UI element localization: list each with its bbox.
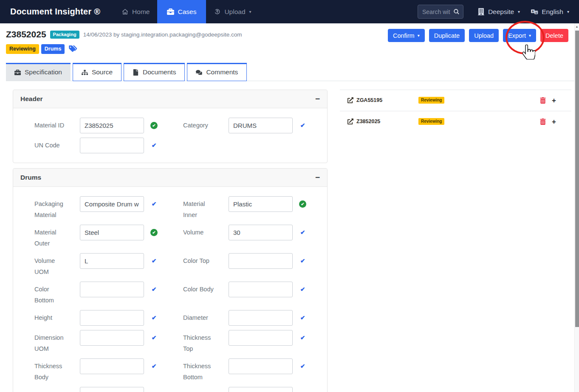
field-input[interactable] [80,196,144,212]
field-label: Color Body [183,282,219,295]
scroll-up-arrow-icon[interactable]: ▲ [575,23,579,30]
page-title: Z3852025 [6,29,46,40]
field-label: Material Outer [34,225,70,249]
collapse-icon[interactable]: − [315,175,320,180]
header-card-body: Material ID Category UN Code [13,108,327,163]
search-icon[interactable] [453,8,460,15]
chevron-down-icon: ▾ [567,10,569,14]
tab-documents[interactable]: Documents [124,63,185,81]
field-label: Color Bottom [34,282,70,306]
field-input[interactable] [80,330,144,346]
briefcase-icon [14,69,21,76]
tab-comments-label: Comments [206,68,238,76]
field-status-icon [150,334,158,341]
form-field: UN Code [34,138,183,153]
upload-button[interactable]: Upload [469,29,499,42]
nav-upload[interactable]: Upload ▾ [206,0,259,23]
field-input[interactable] [229,358,293,374]
field-input[interactable] [80,138,144,153]
navbar-search [418,5,463,19]
nav-deepsite[interactable]: Deepsite ▾ [472,8,525,16]
field-input[interactable] [229,118,293,133]
field-input[interactable] [229,330,293,346]
field-label: Volume UOM [34,253,70,277]
related-case-link[interactable]: Z3852025 [347,118,418,124]
related-status-badge: Reviewing [418,97,444,104]
form-field: Color Top [183,253,319,277]
field-input[interactable] [229,253,293,269]
form-field: Material Inner [183,196,319,220]
field-input[interactable] [80,225,144,240]
field-input[interactable] [229,225,293,240]
related-case-row: Z3852025 Reviewing [340,111,571,132]
nav-home[interactable]: Home [114,0,157,23]
field-input[interactable] [80,253,144,269]
field-status-icon [299,363,306,370]
nav-language[interactable]: Aa English ▾ [525,8,575,16]
field-status-icon [150,314,158,321]
meta-text: 14/06/2023 by staging.integration.packag… [83,31,242,38]
confirm-button[interactable]: Confirm▾ [388,29,425,42]
field-label: Material ID [34,118,70,131]
form-field: Material ID [34,118,183,133]
tab-documents-label: Documents [143,68,176,76]
field-input[interactable] [229,387,293,392]
page-header: Z3852025 Packaging 14/06/2023 by staging… [0,23,579,54]
upload-icon [214,8,221,15]
app-title[interactable]: Document Insighter ® [0,0,100,23]
chevron-down-icon: ▾ [418,34,420,38]
field-status-icon [150,286,158,293]
tab-specification[interactable]: Specification [6,63,71,81]
trash-icon[interactable] [540,118,546,125]
trash-icon[interactable] [540,97,546,104]
tab-comments[interactable]: Comments [187,63,247,81]
action-buttons: Confirm▾ Duplicate Upload Export▾ Delete [388,29,568,42]
field-input[interactable] [80,282,144,297]
plus-icon[interactable] [552,118,556,125]
field-status-icon [150,229,158,236]
field-input[interactable] [229,310,293,326]
specification-column: Header − Material ID Category [13,90,328,392]
delete-button[interactable]: Delete [540,29,568,42]
page-scrollbar[interactable]: ▲ [574,23,579,392]
status-badge: Reviewing [6,44,39,54]
form-field: Diameter [183,310,319,326]
field-label [34,387,70,389]
field-label: Thickness Top [183,330,219,354]
field-label [183,387,219,389]
nav-home-label: Home [132,8,150,16]
form-field: Color Bottom [34,282,183,306]
scrollbar-thumb[interactable] [575,31,579,327]
tab-bar: Specification Source Documents Comments [6,63,579,81]
plus-icon[interactable] [552,97,556,104]
field-status-icon [299,229,306,236]
field-status-icon [299,334,306,341]
collapse-icon[interactable]: − [315,96,320,102]
field-input[interactable] [80,387,144,392]
duplicate-button[interactable]: Duplicate [429,29,465,42]
form-field: Category [183,118,319,133]
header-card-head: Header − [13,90,327,108]
tab-specification-label: Specification [25,68,62,76]
comments-icon [196,69,202,76]
field-status-icon [150,122,158,129]
field-input[interactable] [229,282,293,297]
field-input[interactable] [80,358,144,374]
form-field [34,387,183,392]
nav-cases[interactable]: Cases [157,0,206,23]
form-field: Packaging Material [34,196,183,220]
related-case-link[interactable]: ZGA55195 [347,97,418,103]
tab-source[interactable]: Source [73,63,121,81]
export-button[interactable]: Export▾ [503,29,536,42]
related-row-actions [540,97,556,104]
field-input[interactable] [229,196,293,212]
field-label: Thickness Bottom [183,358,219,383]
field-input[interactable] [80,118,144,133]
nav-cases-label: Cases [178,8,196,16]
drums-card-head: Drums − [13,169,327,187]
tags-icon[interactable] [68,45,77,54]
field-label: Diameter [183,310,219,323]
field-input[interactable] [80,310,144,326]
nav-main: Home Cases Upload ▾ [114,0,259,23]
field-label: Packaging Material [34,196,70,220]
